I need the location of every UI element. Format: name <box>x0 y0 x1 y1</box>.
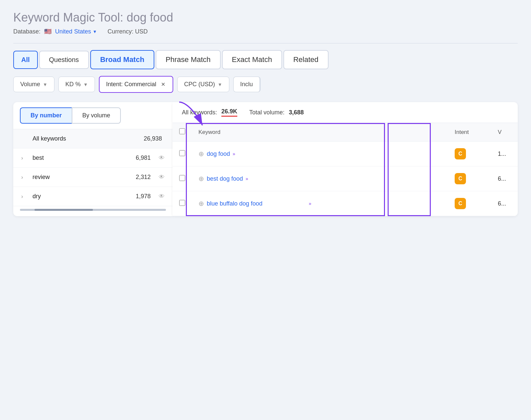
add-circle-icon[interactable]: ⊕ <box>198 200 204 208</box>
keyword-text: blue buffalo dog food <box>207 200 306 207</box>
sidebar-row: › dry 1,978 👁 <box>13 187 173 206</box>
kd-filter[interactable]: KD % ▼ <box>58 77 95 92</box>
tabs-row: All Questions Broad Match Phrase Match E… <box>13 50 518 69</box>
chevron-down-icon: ▼ <box>43 82 47 87</box>
tab-questions[interactable]: Questions <box>39 51 89 69</box>
keyword-count: 2,312 <box>136 174 151 181</box>
sidebar: By number By volume All keywords 26,938 … <box>13 102 173 216</box>
summary-bar: All keywords: 26.9K Total volume: 3,688 <box>173 102 518 123</box>
keyword-count: 1,978 <box>136 193 151 200</box>
keyword-count: 6,981 <box>136 154 151 161</box>
database-selector[interactable]: United States ▼ <box>55 28 97 35</box>
row-checkbox[interactable] <box>179 200 185 206</box>
intent-badge: C <box>455 173 466 184</box>
select-all-checkbox[interactable] <box>179 128 185 134</box>
intent-cell: C <box>448 191 491 216</box>
sidebar-scrollbar[interactable] <box>20 209 166 211</box>
double-arrow-icon[interactable]: » <box>309 201 311 206</box>
row-checkbox-cell <box>173 191 192 216</box>
header-section: Keyword Magic Tool: dog food Database: 🇺… <box>13 11 518 35</box>
all-keywords-count: 26,938 <box>144 135 162 142</box>
add-circle-icon[interactable]: ⊕ <box>198 150 204 158</box>
keyword-text: best dog food <box>207 175 243 182</box>
intent-cell: C <box>448 142 491 166</box>
tab-exact-match[interactable]: Exact Match <box>222 50 282 69</box>
eye-icon[interactable]: 👁 <box>159 154 165 161</box>
kd-label: KD % <box>65 81 81 88</box>
volume-label: Volume <box>20 81 40 88</box>
eye-icon[interactable]: 👁 <box>159 193 165 200</box>
chevron-down-icon: ▼ <box>218 82 222 87</box>
sidebar-all-keywords: All keywords 26,938 <box>13 129 173 149</box>
row-checkbox[interactable] <box>179 175 185 181</box>
tab-broad-match[interactable]: Broad Match <box>90 50 154 69</box>
chevron-down-icon: ▼ <box>83 82 88 87</box>
keyword-label: best <box>33 154 130 161</box>
filters-row: Volume ▼ KD % ▼ Intent: Commercial ✕ CPC… <box>13 76 518 93</box>
expand-icon[interactable]: › <box>21 194 27 200</box>
keyword-cell: ⊕ best dog food » <box>192 166 448 191</box>
intent-badge: C <box>455 148 466 159</box>
volume-filter[interactable]: Volume ▼ <box>13 77 54 92</box>
th-intent[interactable]: Intent <box>448 123 491 142</box>
page-title: Keyword Magic Tool: dog food <box>13 11 518 25</box>
main-content: By number By volume All keywords 26,938 … <box>13 102 518 216</box>
table-row: ⊕ best dog food » C 6... <box>173 166 518 191</box>
double-arrow-icon[interactable]: » <box>246 176 248 181</box>
keyword-link[interactable]: ⊕ dog food » <box>198 150 441 158</box>
add-circle-icon[interactable]: ⊕ <box>198 175 204 183</box>
by-volume-toggle[interactable]: By volume <box>72 107 121 124</box>
cpc-filter[interactable]: CPC (USD) ▼ <box>177 77 229 92</box>
close-icon[interactable]: ✕ <box>160 81 166 88</box>
volume-cell: 6... <box>491 166 518 191</box>
table-row: ⊕ dog food » C 1... <box>173 142 518 166</box>
row-checkbox-cell <box>173 166 192 191</box>
intent-label: Intent: Commercial <box>106 81 156 88</box>
table-header-row: Keyword Intent V <box>173 123 518 142</box>
th-checkbox <box>173 123 192 142</box>
sidebar-keywords: All keywords 26,938 › best 6,981 👁 › rev… <box>13 129 173 206</box>
include-label: Inclu <box>240 81 253 88</box>
currency-label: Currency: USD <box>108 28 148 35</box>
keyword-label: dry <box>33 193 130 200</box>
volume-cell: 1... <box>491 142 518 166</box>
title-query: dog food <box>127 11 173 24</box>
table-wrapper: Keyword Intent V <box>173 123 518 216</box>
all-keywords-summary-label: All keywords: <box>182 109 219 116</box>
keyword-cell: ⊕ dog food » <box>192 142 448 166</box>
th-volume[interactable]: V <box>491 123 518 142</box>
table-row: ⊕ blue buffalo dog food » C 6... <box>173 191 518 216</box>
double-arrow-icon[interactable]: » <box>233 151 235 156</box>
chevron-down-icon: ▼ <box>93 29 97 34</box>
expand-icon[interactable]: › <box>21 174 27 180</box>
intent-badge: C <box>455 198 466 209</box>
all-keywords-label: All keywords <box>33 135 138 142</box>
total-volume-label: Total volume: <box>249 109 286 116</box>
keyword-link[interactable]: ⊕ blue buffalo dog food » <box>198 200 311 208</box>
intent-filter[interactable]: Intent: Commercial ✕ <box>99 76 173 93</box>
right-content: All keywords: 26.9K Total volume: 3,688 <box>173 102 518 216</box>
tab-related[interactable]: Related <box>283 50 329 69</box>
row-checkbox[interactable] <box>179 150 185 156</box>
keyword-link[interactable]: ⊕ best dog food » <box>198 175 441 183</box>
us-flag-icon: 🇺🇸 <box>44 28 51 35</box>
volume-cell: 6... <box>491 191 518 216</box>
expand-icon[interactable]: › <box>21 155 27 161</box>
intent-cell: C <box>448 166 491 191</box>
header-divider <box>13 43 518 43</box>
tab-all[interactable]: All <box>13 51 38 69</box>
keyword-label: review <box>33 174 130 181</box>
title-prefix: Keyword Magic Tool: <box>13 11 123 24</box>
include-filter[interactable]: Inclu <box>233 77 261 92</box>
tab-phrase-match[interactable]: Phrase Match <box>156 50 221 69</box>
eye-icon[interactable]: 👁 <box>159 174 165 181</box>
th-keyword[interactable]: Keyword <box>192 123 448 142</box>
row-checkbox-cell <box>173 142 192 166</box>
sidebar-scroll-thumb[interactable] <box>35 209 93 211</box>
keyword-text: dog food <box>207 150 230 157</box>
all-keywords-summary-value: 26.9K <box>221 108 237 117</box>
view-toggle: By number By volume <box>13 102 173 129</box>
sidebar-row: › review 2,312 👁 <box>13 168 173 187</box>
by-number-toggle[interactable]: By number <box>20 107 72 124</box>
keyword-cell: ⊕ blue buffalo dog food » <box>192 191 448 216</box>
